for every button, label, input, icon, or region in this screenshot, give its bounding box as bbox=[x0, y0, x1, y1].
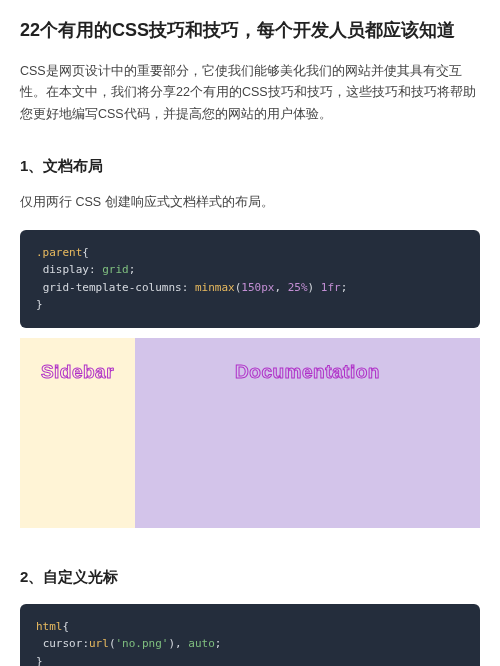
demo-main-label: Documentation bbox=[235, 356, 380, 388]
code-block-2: html{ cursor:url('no.png'), auto; } bbox=[20, 604, 480, 666]
intro-paragraph: CSS是网页设计中的重要部分，它使我们能够美化我们的网站并使其具有交互性。在本文… bbox=[20, 61, 480, 125]
code-block-1: .parent{ display: grid; grid-template-co… bbox=[20, 230, 480, 328]
demo-sidebar-label: Sidebar bbox=[41, 356, 114, 388]
demo-sidebar: Sidebar bbox=[20, 338, 135, 528]
code-fn: url bbox=[89, 637, 109, 650]
code-tail: 1fr bbox=[321, 281, 341, 294]
code-selector: html bbox=[36, 620, 63, 633]
code-arg: 'no.png' bbox=[116, 637, 169, 650]
section-1-desc: 仅用两行 CSS 创建响应式文档样式的布局。 bbox=[20, 192, 480, 213]
code-selector: .parent bbox=[36, 246, 82, 259]
code-fn: minmax bbox=[195, 281, 235, 294]
code-tail: auto bbox=[188, 637, 215, 650]
code-arg: 25% bbox=[288, 281, 308, 294]
demo-main: Documentation bbox=[135, 338, 480, 528]
code-arg: 150px bbox=[241, 281, 274, 294]
code-prop: display bbox=[43, 263, 89, 276]
demo-layout: Sidebar Documentation bbox=[20, 338, 480, 528]
section-2-heading: 2、自定义光标 bbox=[20, 564, 480, 590]
code-prop: cursor bbox=[43, 637, 83, 650]
code-val: grid bbox=[102, 263, 129, 276]
page-title: 22个有用的CSS技巧和技巧，每个开发人员都应该知道 bbox=[20, 18, 480, 43]
section-1-heading: 1、文档布局 bbox=[20, 153, 480, 179]
code-prop: grid-template-columns bbox=[43, 281, 182, 294]
